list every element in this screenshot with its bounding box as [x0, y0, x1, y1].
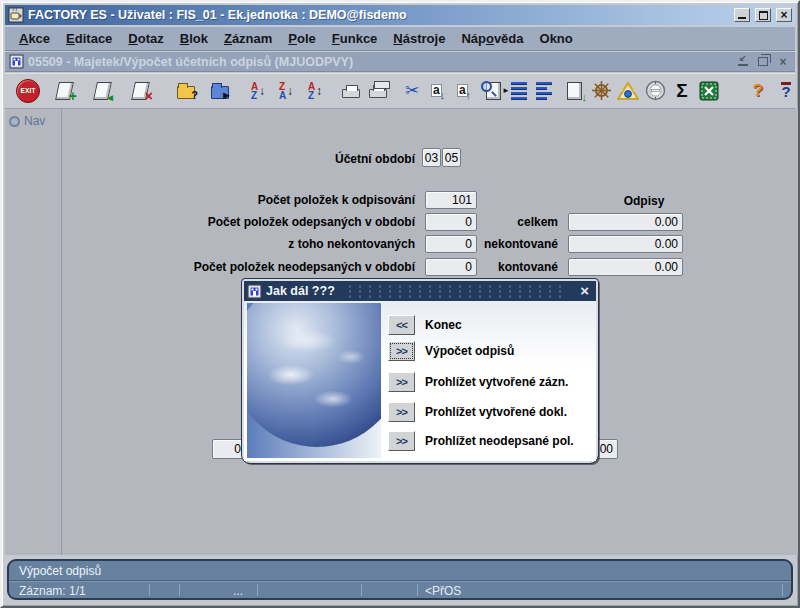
prohlizet-zazn-button[interactable]: >>	[388, 372, 415, 392]
mdi-restore-button[interactable]	[735, 55, 751, 69]
block-menu-button[interactable]	[504, 77, 530, 104]
field-menu-button[interactable]	[531, 77, 557, 104]
sort-custom-icon: AZ↕	[308, 82, 322, 100]
sort-descending-button[interactable]: ZA↓	[273, 77, 299, 104]
title-bar: FACTORY ES - Uživatel : FIS_01 - Ek.jedn…	[5, 5, 795, 25]
menu-pole[interactable]: Pole	[280, 28, 323, 49]
context-help-button[interactable]: ?	[773, 77, 799, 104]
context-help-icon: ?	[781, 82, 790, 99]
sigma-icon: Σ	[676, 80, 687, 102]
sort-ascending-button[interactable]: AZ↓	[245, 77, 271, 104]
execute-query-button[interactable]: ►	[207, 77, 233, 104]
status-separator	[149, 584, 150, 596]
forms-window-icon	[9, 54, 24, 69]
prohlizet-dokl-label: Prohlížet vytvořené dokl.	[425, 405, 567, 419]
sort-custom-button[interactable]: AZ↕	[302, 77, 328, 104]
vypocet-odpisu-button[interactable]: >>	[388, 341, 415, 361]
konec-label: Konec	[425, 318, 462, 332]
record-indicator: Záznam: 1/1	[19, 584, 86, 598]
copy-button[interactable]: a↓	[425, 77, 451, 104]
app-icon	[8, 7, 24, 23]
print-icon	[342, 89, 360, 98]
row2-label: Počet položek odepsaných v období	[155, 215, 415, 229]
list-values-button[interactable]: ↓	[561, 77, 587, 104]
menu-nastroje[interactable]: Nástroje	[385, 28, 453, 49]
duplicate-record-button[interactable]: ◄	[89, 77, 115, 104]
ship-wheel-icon	[591, 80, 612, 101]
block-menu-icon	[507, 82, 527, 100]
maximize-button[interactable]	[755, 8, 771, 22]
print-button[interactable]	[338, 77, 364, 104]
sort-ascending-icon: AZ↓	[251, 82, 265, 100]
cascade-icon	[758, 57, 768, 66]
summary-button[interactable]: Σ	[669, 77, 695, 104]
prohlizet-pol-button[interactable]: >>	[388, 431, 415, 451]
application-window: FACTORY ES - Uživatel : FIS_01 - Ek.jedn…	[0, 0, 800, 608]
row1-count-field[interactable]: 101	[425, 191, 477, 209]
row2-amount-field[interactable]: 0.00	[568, 213, 683, 231]
close-button[interactable]: ×	[776, 8, 792, 22]
status-separator	[257, 584, 258, 596]
period-to-field[interactable]: 05	[442, 148, 461, 167]
close-icon: ×	[779, 55, 786, 69]
menu-napoveda[interactable]: Nápověda	[453, 28, 531, 49]
titlebar-texture	[345, 284, 566, 298]
minimize-button[interactable]	[734, 8, 750, 22]
status-separator	[179, 584, 180, 596]
mdi-window-title: 05509 - Majetek/Výpočet účetních odpisů …	[28, 55, 731, 69]
paste-button[interactable]: a↑	[451, 77, 477, 104]
exit-button[interactable]: EXIT	[15, 77, 41, 104]
row3-amount-field[interactable]: 0.00	[568, 235, 683, 253]
nav-label: Nav	[24, 114, 45, 128]
menu-funkce[interactable]: Funkce	[324, 28, 386, 49]
nav-column: Nav	[5, 109, 62, 555]
find-button[interactable]	[477, 77, 503, 104]
menu-akce[interactable]: Akce	[11, 28, 58, 49]
menu-dotaz[interactable]: Dotaz	[120, 28, 171, 49]
enter-query-button[interactable]: ?	[173, 77, 199, 104]
dialog-body: << Konec >> Výpočet odpisů >> Prohlížet …	[244, 301, 596, 461]
status-message: Výpočet odpisů	[9, 561, 791, 581]
menu-blok[interactable]: Blok	[172, 28, 216, 49]
status-separator	[782, 584, 783, 596]
odpisy-header: Odpisy	[605, 194, 683, 208]
vypocet-odpisu-label: Výpočet odpisů	[425, 344, 514, 358]
mdi-close-button[interactable]: ×	[775, 55, 791, 69]
period-from-field[interactable]: 03	[422, 148, 441, 167]
nav-radio-icon	[9, 116, 20, 127]
navigator-button[interactable]	[588, 77, 614, 104]
print-multiple-button[interactable]	[365, 77, 391, 104]
mdi-maximize-button[interactable]	[755, 55, 771, 69]
tab-nav[interactable]: Nav	[9, 114, 57, 128]
prohlizet-pol-label: Prohlížet neodepsané pol.	[425, 434, 574, 448]
window-title: FACTORY ES - Uživatel : FIS_01 - Ek.jedn…	[28, 8, 729, 22]
calendar-button[interactable]	[642, 77, 668, 104]
row1-label: Počet položek k odpisování	[155, 193, 415, 207]
menu-editace[interactable]: Editace	[58, 28, 120, 49]
row4-amount-field[interactable]: 0.00	[568, 258, 683, 276]
hidden-row-left-field[interactable]: 0	[212, 439, 246, 459]
menu-okno[interactable]: Okno	[532, 28, 581, 49]
row3-label: z toho nekontovaných	[155, 237, 415, 251]
exit-icon: EXIT	[16, 79, 40, 103]
konec-button[interactable]: <<	[388, 315, 415, 335]
execute-query-icon: ►	[211, 86, 229, 99]
menu-zaznam[interactable]: Záznam	[216, 28, 280, 49]
enter-query-icon: ?	[177, 86, 195, 99]
cut-icon: ✂	[405, 80, 419, 101]
delete-record-button[interactable]: ×	[127, 77, 153, 104]
dialog-title: Jak dál ???	[266, 284, 335, 298]
dialog-icon	[247, 284, 262, 299]
close-icon: ×	[780, 9, 787, 21]
prohlizet-dokl-button[interactable]: >>	[388, 402, 415, 422]
maximize-icon	[759, 11, 768, 20]
insert-record-button[interactable]: +	[51, 77, 77, 104]
help-button[interactable]: ?	[745, 77, 771, 104]
cut-button[interactable]: ✂	[399, 77, 425, 104]
dialog-close-button[interactable]: ×	[576, 282, 593, 300]
excel-export-button[interactable]	[696, 77, 722, 104]
jak-dal-dialog: Jak dál ??? × << Konec >> Výpočet odpisů…	[242, 279, 598, 463]
row2-mid-label: celkem	[458, 215, 558, 229]
hint-button[interactable]	[615, 77, 641, 104]
status-dots: ...	[233, 584, 243, 598]
